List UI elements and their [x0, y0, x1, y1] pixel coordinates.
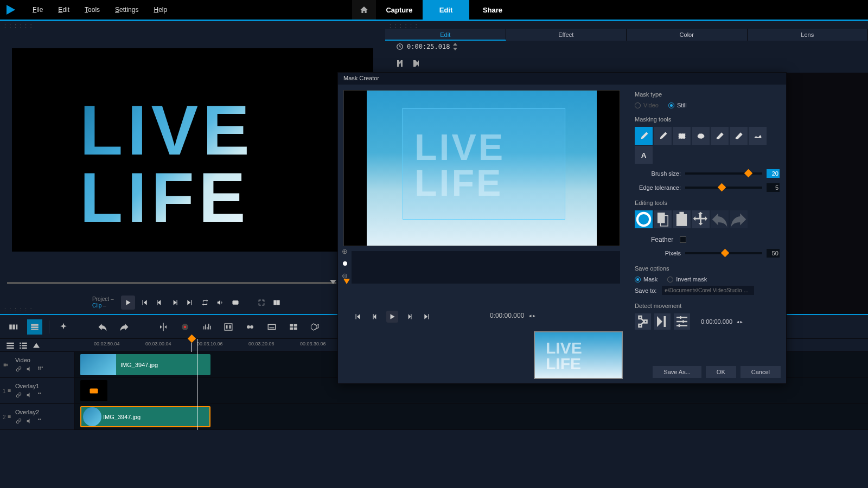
drag-handle[interactable]: : : : : : :	[390, 23, 418, 29]
list-toggle[interactable]	[5, 341, 15, 350]
menu-help[interactable]: Help	[146, 6, 175, 14]
preview-scrubber[interactable]	[7, 282, 336, 284]
fullscreen-button[interactable]	[256, 297, 267, 309]
mask-timecode[interactable]: 0:00:00.000 ◂▸	[490, 312, 536, 319]
mask-preview[interactable]: LIVELIFE	[343, 90, 620, 246]
mark-in-icon[interactable]	[396, 59, 406, 68]
go-start-button[interactable]	[138, 297, 150, 309]
freehand-tool[interactable]	[749, 127, 767, 145]
move-tool[interactable]	[692, 210, 710, 228]
mask-selection-rect[interactable]	[403, 108, 565, 220]
mask-scrub-area[interactable]	[352, 251, 620, 284]
zoom-slider[interactable]	[343, 261, 347, 266]
playhead-line[interactable]	[197, 339, 197, 430]
next-frame-button[interactable]	[169, 297, 181, 309]
filter-icon[interactable]	[37, 391, 44, 399]
drag-handle[interactable]: : : : : : :	[4, 306, 33, 312]
tab-capture[interactable]: Capture	[376, 0, 423, 20]
hd-button[interactable]	[229, 297, 241, 309]
cancel-button[interactable]: Cancel	[741, 366, 781, 378]
copy-tool[interactable]	[654, 210, 672, 228]
drag-handle[interactable]: : : : : : :	[4, 23, 33, 29]
ellipse-tool[interactable]	[692, 127, 710, 145]
save-to-path[interactable]: e\Documents\Corel VideoStudio Pro\22.0	[662, 286, 754, 295]
multicam-button[interactable]	[286, 319, 301, 335]
menu-tools[interactable]: Tools	[77, 6, 107, 14]
mute-icon[interactable]	[26, 365, 33, 373]
tab-share[interactable]: Share	[469, 0, 516, 20]
rtab-color[interactable]: Color	[627, 29, 748, 41]
rtab-edit[interactable]: Edit	[385, 29, 506, 41]
subtitle-button[interactable]	[264, 319, 279, 335]
mask-go-end[interactable]	[421, 311, 433, 323]
record-button[interactable]	[177, 319, 193, 335]
pixels-slider[interactable]	[685, 252, 762, 254]
pixels-value[interactable]: 50	[767, 249, 780, 258]
audio-mixer-button[interactable]	[199, 319, 214, 335]
mask-play[interactable]	[386, 311, 398, 323]
menu-file[interactable]: File	[25, 6, 50, 14]
zoom-in-icon[interactable]: ⊕	[342, 247, 348, 255]
undo-button[interactable]	[95, 319, 110, 335]
mode-project[interactable]: Project	[92, 296, 109, 302]
spinner-icon[interactable]	[453, 43, 457, 50]
rtab-lens[interactable]: Lens	[748, 29, 869, 41]
menu-edit[interactable]: Edit	[50, 6, 77, 14]
link-icon[interactable]	[15, 418, 22, 425]
volume-button[interactable]	[214, 297, 226, 309]
link-icon[interactable]	[15, 391, 22, 399]
menu-settings[interactable]: Settings	[107, 6, 146, 14]
play-button[interactable]	[121, 296, 135, 310]
mask-prev-frame[interactable]	[369, 311, 381, 323]
timeline-view-button[interactable]	[27, 319, 42, 335]
detect-end-button[interactable]	[654, 313, 671, 330]
go-end-button[interactable]	[184, 297, 196, 309]
rtab-effect[interactable]: Effect	[506, 29, 627, 41]
detect-next-button[interactable]	[635, 313, 651, 330]
radio-still[interactable]: Still	[668, 102, 687, 108]
redo-mask[interactable]	[730, 210, 748, 228]
mute-icon[interactable]	[26, 391, 33, 399]
paste-tool[interactable]	[673, 210, 691, 228]
tab-edit[interactable]: Edit	[423, 0, 469, 20]
text-tool[interactable]: A	[635, 146, 653, 164]
storyboard-view-button[interactable]	[5, 319, 21, 335]
home-button[interactable]	[352, 0, 376, 20]
3d-title-button[interactable]	[308, 319, 323, 335]
filter-icon[interactable]	[37, 365, 44, 373]
mute-icon[interactable]	[26, 418, 33, 425]
mode-clip[interactable]: Clip	[92, 303, 101, 309]
scrub-marker[interactable]	[330, 280, 336, 286]
expand-up[interactable]	[31, 341, 41, 350]
detect-all-button[interactable]	[674, 313, 690, 330]
split-button[interactable]	[271, 297, 283, 309]
move-mask-tool[interactable]	[635, 210, 653, 228]
save-as-button[interactable]: Save As...	[653, 366, 701, 378]
brush-size-slider[interactable]	[685, 172, 762, 175]
timecode-display[interactable]: 0:00:25.018	[396, 43, 457, 50]
overlay-clip-selected[interactable]: IMG_3947.jpg	[80, 406, 210, 427]
prev-frame-button[interactable]	[154, 297, 165, 309]
tools-button[interactable]	[56, 319, 71, 335]
mark-out-icon[interactable]	[411, 59, 421, 68]
repeat-button[interactable]	[199, 297, 211, 309]
brush-tool[interactable]	[635, 127, 653, 145]
undo-mask[interactable]	[711, 210, 729, 228]
redo-button[interactable]	[117, 319, 132, 335]
mask-go-start[interactable]	[352, 311, 363, 323]
ok-button[interactable]: OK	[706, 366, 736, 378]
smart-eraser-tool[interactable]	[730, 127, 748, 145]
track-motion-button[interactable]	[242, 319, 258, 335]
link-icon[interactable]	[15, 365, 22, 373]
split-clip-button[interactable]	[156, 319, 171, 335]
feather-checkbox[interactable]	[680, 236, 686, 243]
smart-brush-tool[interactable]	[654, 127, 672, 145]
brush-size-value[interactable]: 20	[767, 169, 780, 178]
edge-tolerance-slider[interactable]	[685, 187, 762, 189]
preview-canvas[interactable]: LIVELIFE	[12, 48, 373, 252]
radio-video[interactable]: Video	[635, 102, 659, 108]
auto-music-button[interactable]	[221, 319, 236, 335]
video-clip[interactable]: IMG_3947.jpg	[80, 354, 210, 375]
eraser-tool[interactable]	[711, 127, 729, 145]
edge-tolerance-value[interactable]: 5	[767, 183, 780, 192]
